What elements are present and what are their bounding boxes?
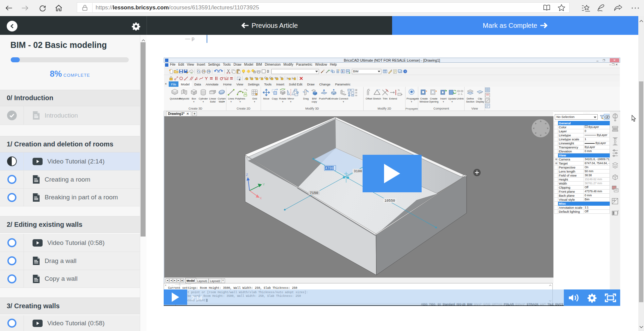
svg-text:3100: 3100	[354, 169, 362, 173]
svg-text:7150: 7150	[310, 191, 318, 195]
svg-text:Y: Y	[263, 183, 265, 187]
svg-text:10550: 10550	[384, 199, 395, 203]
svg-text:Z: Z	[246, 173, 248, 177]
svg-text:?: ?	[405, 70, 406, 73]
svg-text:4700: 4700	[325, 166, 333, 170]
svg-text:X: X	[260, 196, 262, 200]
